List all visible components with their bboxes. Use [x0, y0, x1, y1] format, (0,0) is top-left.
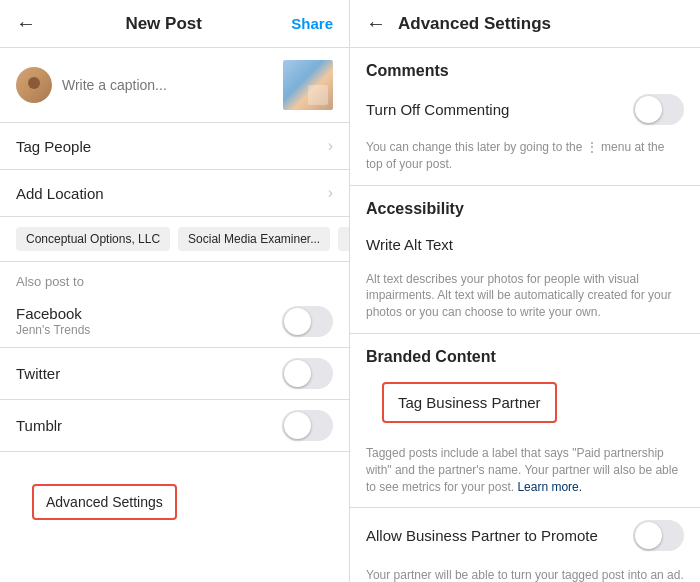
- also-post-label: Also post to: [0, 262, 349, 295]
- twitter-toggle[interactable]: [282, 358, 333, 389]
- commenting-desc: You can change this later by going to th…: [350, 135, 700, 186]
- page-title-right: Advanced Settings: [398, 14, 551, 34]
- twitter-label: Twitter: [16, 365, 60, 382]
- post-thumbnail: [283, 60, 333, 110]
- branded-content-heading: Branded Content: [350, 334, 700, 370]
- tag-partner-container: Tag Business Partner: [350, 370, 700, 439]
- allow-promote-label: Allow Business Partner to Promote: [366, 527, 598, 544]
- add-location-label: Add Location: [16, 185, 104, 202]
- avatar: [16, 67, 52, 103]
- tag-pill-1[interactable]: Social Media Examiner...: [178, 227, 330, 251]
- right-header: ← Advanced Settings: [350, 0, 700, 48]
- twitter-toggle-knob: [284, 360, 311, 387]
- caption-input[interactable]: [62, 77, 273, 93]
- tag-pill-2[interactable]: Po...: [338, 227, 349, 251]
- tumblr-label: Tumblr: [16, 417, 62, 434]
- add-location-row[interactable]: Add Location ›: [0, 170, 349, 217]
- commenting-toggle-knob: [635, 96, 662, 123]
- tag-people-label: Tag People: [16, 138, 91, 155]
- back-button-right[interactable]: ←: [366, 12, 386, 35]
- left-panel: ← New Post Share Tag People › Add Locati…: [0, 0, 350, 582]
- tumblr-toggle-row: Tumblr: [0, 400, 349, 452]
- facebook-toggle-row: Facebook Jenn's Trends: [0, 295, 349, 348]
- twitter-toggle-left: Twitter: [16, 365, 60, 382]
- back-button-left[interactable]: ←: [16, 12, 36, 35]
- right-panel: ← Advanced Settings Comments Turn Off Co…: [350, 0, 700, 582]
- facebook-label: Facebook: [16, 305, 90, 322]
- partner-learn-more-link[interactable]: Learn more.: [517, 480, 582, 494]
- facebook-toggle-left: Facebook Jenn's Trends: [16, 305, 90, 337]
- allow-promote-toggle[interactable]: [633, 520, 684, 551]
- page-title-left: New Post: [36, 14, 291, 34]
- avatar-image: [16, 67, 52, 103]
- advanced-settings-button[interactable]: Advanced Settings: [32, 484, 177, 520]
- caption-area: [0, 48, 349, 123]
- tumblr-toggle[interactable]: [282, 410, 333, 441]
- tags-row: Conceptual Options, LLC Social Media Exa…: [0, 217, 349, 262]
- turn-off-commenting-row: Turn Off Commenting: [350, 84, 700, 135]
- left-header: ← New Post Share: [0, 0, 349, 48]
- twitter-toggle-row: Twitter: [0, 348, 349, 400]
- tag-people-row[interactable]: Tag People ›: [0, 123, 349, 170]
- tag-people-arrow: ›: [328, 137, 333, 155]
- facebook-toggle-knob: [284, 308, 311, 335]
- promote-desc-text: Your partner will be able to turn your t…: [366, 568, 684, 582]
- add-location-arrow: ›: [328, 184, 333, 202]
- alt-text-desc: Alt text describes your photos for peopl…: [350, 267, 700, 334]
- allow-promote-row: Allow Business Partner to Promote: [350, 508, 700, 563]
- comments-heading: Comments: [350, 48, 700, 84]
- tumblr-toggle-left: Tumblr: [16, 417, 62, 434]
- partner-desc: Tagged posts include a label that says "…: [350, 439, 700, 508]
- tag-pill-0[interactable]: Conceptual Options, LLC: [16, 227, 170, 251]
- share-button[interactable]: Share: [291, 15, 333, 32]
- facebook-toggle[interactable]: [282, 306, 333, 337]
- advanced-settings-container: Advanced Settings: [0, 452, 349, 552]
- facebook-sub: Jenn's Trends: [16, 323, 90, 337]
- tag-business-partner-button[interactable]: Tag Business Partner: [382, 382, 557, 423]
- write-alt-text-button[interactable]: Write Alt Text: [350, 222, 700, 267]
- tumblr-toggle-knob: [284, 412, 311, 439]
- accessibility-heading: Accessibility: [350, 186, 700, 222]
- commenting-toggle[interactable]: [633, 94, 684, 125]
- turn-off-commenting-label: Turn Off Commenting: [366, 101, 509, 118]
- allow-promote-toggle-knob: [635, 522, 662, 549]
- promote-desc: Your partner will be able to turn your t…: [350, 563, 700, 582]
